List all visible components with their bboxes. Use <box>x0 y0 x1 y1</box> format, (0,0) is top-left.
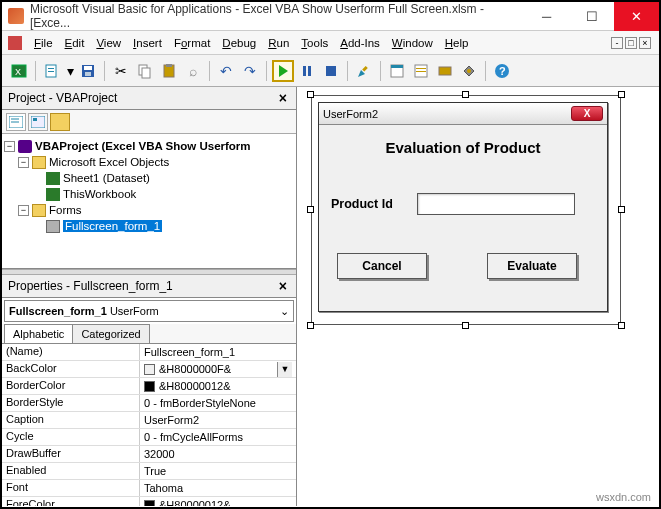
menu-debug[interactable]: Debug <box>216 35 262 51</box>
properties-grid[interactable]: (Name)Fullscreen_form_1BackColor&H800000… <box>2 344 296 506</box>
redo-icon[interactable]: ↷ <box>239 60 261 82</box>
reset-icon[interactable] <box>320 60 342 82</box>
property-value[interactable]: 0 - fmCycleAllForms <box>140 429 296 445</box>
object-browser-icon[interactable] <box>434 60 456 82</box>
properties-window-icon[interactable] <box>410 60 432 82</box>
svg-rect-7 <box>85 72 91 76</box>
property-row[interactable]: Cycle0 - fmCycleAllForms <box>2 429 296 446</box>
collapse-icon[interactable]: − <box>4 141 15 152</box>
tab-alphabetic[interactable]: Alphabetic <box>4 324 73 343</box>
break-icon[interactable] <box>296 60 318 82</box>
project-panel-close-icon[interactable]: × <box>276 90 290 106</box>
property-row[interactable]: BorderStyle0 - fmBorderStyleNone <box>2 395 296 412</box>
property-value[interactable]: 32000 <box>140 446 296 462</box>
property-row[interactable]: BorderColor&H80000012& <box>2 378 296 395</box>
menu-tools[interactable]: Tools <box>295 35 334 51</box>
project-root-label[interactable]: VBAProject (Excel VBA Show Userform <box>35 140 251 152</box>
tree-form-item[interactable]: Fullscreen_form_1 <box>63 220 162 232</box>
property-value[interactable]: &H8000000F&▼ <box>140 361 296 377</box>
evaluate-button[interactable]: Evaluate <box>487 253 577 279</box>
userform-close-icon[interactable]: X <box>571 106 603 121</box>
mdi-restore-icon[interactable]: □ <box>625 37 637 49</box>
userform-window[interactable]: UserForm2 X Evaluation of Product Produc… <box>318 102 608 312</box>
property-value[interactable]: &H80000012& <box>140 378 296 394</box>
userform-titlebar[interactable]: UserForm2 X <box>319 103 607 125</box>
chevron-down-icon[interactable]: ⌄ <box>280 305 289 318</box>
resize-handle[interactable] <box>462 91 469 98</box>
property-row[interactable]: DrawBuffer32000 <box>2 446 296 463</box>
property-value[interactable]: 0 - fmBorderStyleNone <box>140 395 296 411</box>
view-code-icon[interactable] <box>6 113 26 131</box>
resize-handle[interactable] <box>307 206 314 213</box>
resize-handle[interactable] <box>307 322 314 329</box>
collapse-icon[interactable]: − <box>18 205 29 216</box>
view-object-icon[interactable] <box>28 113 48 131</box>
view-excel-icon[interactable]: X <box>8 60 30 82</box>
resize-handle[interactable] <box>618 91 625 98</box>
insert-icon[interactable] <box>41 60 63 82</box>
property-name: BorderColor <box>2 378 140 394</box>
property-row[interactable]: EnabledTrue <box>2 463 296 480</box>
resize-handle[interactable] <box>307 91 314 98</box>
run-icon[interactable] <box>272 60 294 82</box>
minimize-button[interactable]: ─ <box>524 2 569 31</box>
save-icon[interactable] <box>77 60 99 82</box>
system-icon[interactable] <box>8 36 22 50</box>
excel-objects-folder[interactable]: Microsoft Excel Objects <box>49 156 169 168</box>
property-row[interactable]: ForeColor&H80000012& <box>2 497 296 506</box>
property-value[interactable]: True <box>140 463 296 479</box>
dropdown-icon[interactable]: ▼ <box>277 362 292 377</box>
svg-rect-31 <box>33 118 37 121</box>
resize-handle[interactable] <box>618 206 625 213</box>
undo-icon[interactable]: ↶ <box>215 60 237 82</box>
property-value[interactable]: Tahoma <box>140 480 296 496</box>
property-name: Enabled <box>2 463 140 479</box>
find-icon[interactable]: ⌕ <box>182 60 204 82</box>
svg-text:?: ? <box>499 65 506 77</box>
project-toolbar <box>2 110 296 134</box>
properties-panel-close-icon[interactable]: × <box>276 278 290 294</box>
maximize-button[interactable]: ☐ <box>569 2 614 31</box>
property-value[interactable]: Fullscreen_form_1 <box>140 344 296 360</box>
close-button[interactable]: ✕ <box>614 2 659 31</box>
svg-rect-21 <box>416 68 426 69</box>
tab-categorized[interactable]: Categorized <box>72 324 149 343</box>
product-id-input[interactable] <box>417 193 575 215</box>
resize-handle[interactable] <box>462 322 469 329</box>
tree-thisworkbook[interactable]: ThisWorkbook <box>63 188 136 200</box>
properties-object-combo[interactable]: Fullscreen_form_1 UserForm ⌄ <box>4 300 294 322</box>
menu-run[interactable]: Run <box>262 35 295 51</box>
tree-sheet1[interactable]: Sheet1 (Dataset) <box>63 172 150 184</box>
menu-format[interactable]: Format <box>168 35 216 51</box>
insert-dropdown-icon[interactable]: ▾ <box>65 60 75 82</box>
menu-help[interactable]: Help <box>439 35 475 51</box>
form-designer-area[interactable]: UserForm2 X Evaluation of Product Produc… <box>297 87 659 506</box>
menu-file[interactable]: File <box>28 35 59 51</box>
menu-view[interactable]: View <box>90 35 127 51</box>
property-row[interactable]: BackColor&H8000000F&▼ <box>2 361 296 378</box>
mdi-minimize-icon[interactable]: - <box>611 37 623 49</box>
paste-icon[interactable] <box>158 60 180 82</box>
mdi-close-icon[interactable]: × <box>639 37 651 49</box>
project-tree[interactable]: −VBAProject (Excel VBA Show Userform −Mi… <box>2 134 296 269</box>
property-row[interactable]: CaptionUserForm2 <box>2 412 296 429</box>
help-icon[interactable]: ? <box>491 60 513 82</box>
copy-icon[interactable] <box>134 60 156 82</box>
cut-icon[interactable]: ✂ <box>110 60 132 82</box>
property-value[interactable]: &H80000012& <box>140 497 296 506</box>
menu-insert[interactable]: Insert <box>127 35 168 51</box>
resize-handle[interactable] <box>618 322 625 329</box>
toggle-folders-icon[interactable] <box>50 113 70 131</box>
property-value[interactable]: UserForm2 <box>140 412 296 428</box>
menu-window[interactable]: Window <box>386 35 439 51</box>
project-explorer-icon[interactable] <box>386 60 408 82</box>
menu-addins[interactable]: Add-Ins <box>334 35 386 51</box>
forms-folder[interactable]: Forms <box>49 204 82 216</box>
property-row[interactable]: (Name)Fullscreen_form_1 <box>2 344 296 361</box>
cancel-button[interactable]: Cancel <box>337 253 427 279</box>
collapse-icon[interactable]: − <box>18 157 29 168</box>
menu-edit[interactable]: Edit <box>59 35 91 51</box>
design-mode-icon[interactable] <box>353 60 375 82</box>
toolbox-icon[interactable] <box>458 60 480 82</box>
property-row[interactable]: FontTahoma <box>2 480 296 497</box>
